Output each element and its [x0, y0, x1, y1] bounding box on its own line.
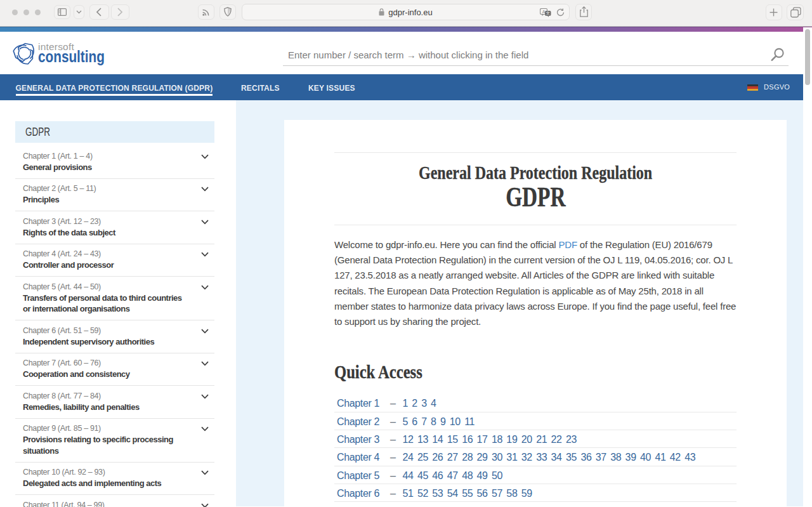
svg-text:A: A — [542, 10, 546, 14]
svg-text:文: 文 — [546, 11, 551, 15]
